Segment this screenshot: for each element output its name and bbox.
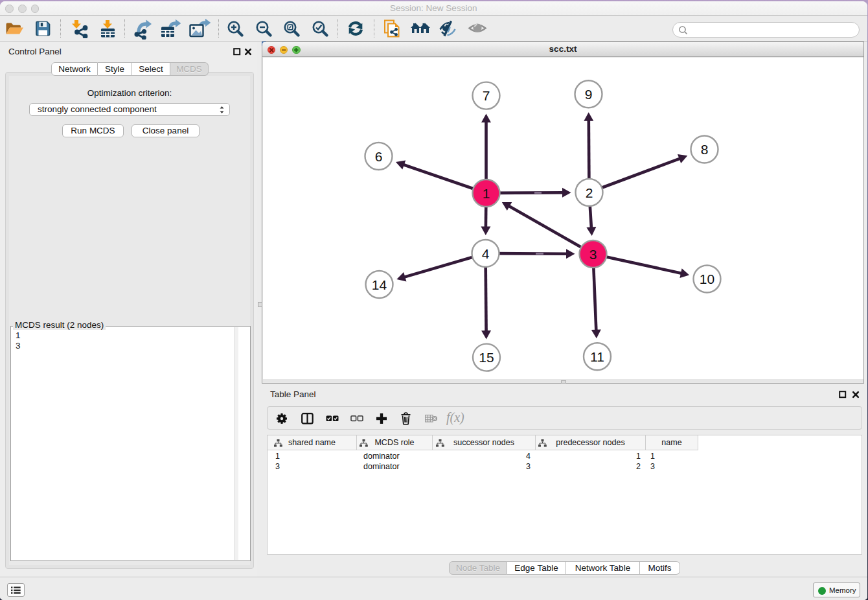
svg-text:6: 6 — [375, 149, 383, 164]
svg-text:14: 14 — [372, 277, 387, 292]
svg-text:3: 3 — [589, 247, 597, 262]
svg-text:15: 15 — [479, 350, 494, 365]
svg-text:1: 1 — [483, 186, 490, 201]
svg-text:7: 7 — [483, 88, 490, 103]
svg-text:10: 10 — [700, 271, 714, 286]
svg-text:2: 2 — [586, 185, 593, 200]
svg-text:4: 4 — [482, 246, 490, 261]
svg-text:8: 8 — [701, 142, 709, 157]
svg-text:9: 9 — [585, 87, 593, 102]
svg-text:11: 11 — [590, 349, 604, 364]
